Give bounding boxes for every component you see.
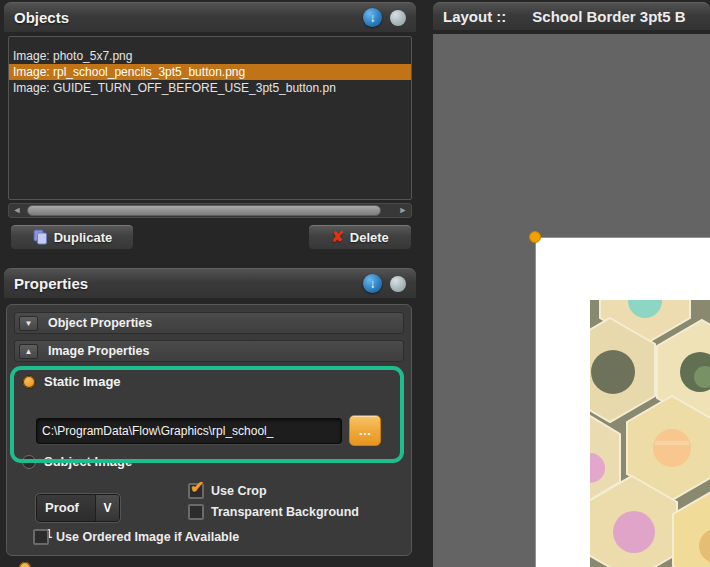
use-ordered-image-row[interactable]: Use Ordered Image if Available [33, 529, 239, 546]
use-crop-row[interactable]: ✔ Use Crop [188, 483, 267, 500]
properties-panel-header: Properties ↓ [4, 268, 416, 298]
delete-button[interactable]: ✘ Delete [308, 224, 412, 250]
objects-list[interactable]: Image: photo_5x7.png Image: rpl_school_p… [8, 36, 412, 200]
next-section-radio[interactable] [18, 561, 32, 567]
pin-panel-icon[interactable] [390, 276, 406, 292]
scrollbar-thumb[interactable] [27, 205, 381, 216]
browse-button[interactable]: … [349, 415, 381, 446]
list-item[interactable]: Image: photo_5x7.png [9, 48, 411, 64]
section-image-properties[interactable]: ▲ Image Properties [14, 340, 404, 362]
static-image-path-input[interactable]: C:\ProgramData\Flow\Graphics\rpl_school_ [36, 418, 342, 444]
layout-page[interactable] [535, 237, 710, 567]
chevron-up-icon[interactable]: ▲ [19, 344, 38, 359]
chevron-down-icon[interactable]: V [95, 495, 119, 521]
use-ordered-image-label: Use Ordered Image if Available [56, 529, 239, 546]
object-properties-label: Object Properties [48, 316, 152, 330]
transparent-background-checkbox[interactable] [188, 504, 204, 520]
page-corner-handle[interactable] [529, 231, 541, 243]
static-image-radio-row[interactable]: Static Image [22, 374, 121, 389]
pencils-image-object[interactable] [590, 300, 710, 567]
transparent-background-label: Transparent Background [211, 504, 359, 521]
use-crop-checkbox[interactable]: ✔ [188, 483, 204, 499]
pin-panel-icon[interactable] [390, 10, 406, 26]
static-image-label: Static Image [44, 374, 121, 389]
duplicate-icon [32, 229, 48, 245]
use-ordered-image-checkbox[interactable] [33, 529, 49, 545]
checkmark-icon: ✔ [190, 477, 204, 498]
scrollbar-track[interactable] [25, 205, 395, 216]
objects-panel-header: Objects ↓ [4, 2, 416, 32]
subject-image-radio[interactable] [22, 455, 36, 469]
duplicate-button-label: Duplicate [54, 230, 113, 245]
layout-header-prefix: Layout :: [443, 8, 506, 25]
delete-button-label: Delete [350, 230, 389, 245]
subject-image-radio-row[interactable]: Subject Image [22, 454, 132, 469]
collapse-panel-arrow-icon[interactable]: ↓ [363, 8, 382, 27]
layout-canvas[interactable] [433, 34, 710, 567]
layout-title: School Border 3pt5 B [532, 8, 685, 25]
static-image-radio[interactable] [22, 375, 36, 389]
collapse-panel-arrow-icon[interactable]: ↓ [363, 274, 382, 293]
objects-panel-title: Objects [14, 9, 69, 26]
objects-list-hscrollbar[interactable]: ◄ ► [8, 203, 412, 218]
image-properties-label: Image Properties [48, 344, 149, 358]
list-item-selected[interactable]: Image: rpl_school_pencils_3pt5_button.pn… [9, 64, 411, 80]
layout-panel-header: Layout :: School Border 3pt5 B [433, 2, 710, 30]
section-object-properties[interactable]: ▼ Object Properties [14, 312, 404, 334]
list-item[interactable]: Image: GUIDE_TURN_OFF_BEFORE_USE_3pt5_bu… [9, 80, 411, 96]
scroll-right-arrow-icon[interactable]: ► [395, 204, 411, 217]
use-crop-label: Use Crop [211, 483, 267, 500]
proof-select[interactable]: Proof 1 V [36, 494, 120, 522]
scroll-left-arrow-icon[interactable]: ◄ [9, 204, 25, 217]
transparent-background-row[interactable]: Transparent Background [188, 504, 359, 521]
subject-image-label: Subject Image [44, 454, 132, 469]
duplicate-button[interactable]: Duplicate [10, 224, 134, 250]
properties-panel-title: Properties [14, 275, 88, 292]
delete-x-icon: ✘ [331, 228, 344, 246]
chevron-down-icon[interactable]: ▼ [19, 316, 38, 331]
proof-select-value: Proof 1 [37, 495, 95, 521]
